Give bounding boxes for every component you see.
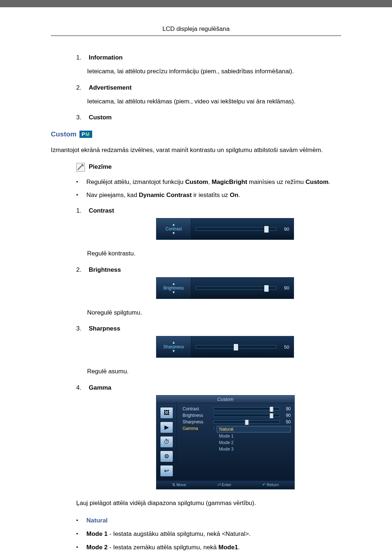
slider-value: 90 — [281, 226, 289, 232]
slider-track[interactable] — [196, 345, 276, 349]
note-icon — [76, 163, 85, 172]
list-item: 3. Custom — [76, 114, 341, 121]
gamma-option[interactable]: Natural — [217, 426, 291, 432]
control-row: 1. Contrast ▲ Contrast ▼ 90 Regulē kontr… — [76, 207, 341, 258]
up-arrow-icon: ▲ — [172, 341, 176, 344]
control-desc: Regulē kontrastu. — [87, 249, 341, 258]
slider-value: 90 — [283, 406, 291, 411]
list-item: 2. Advertisement Ieteicama, lai attēlotu… — [76, 84, 341, 106]
slider-track[interactable] — [213, 414, 280, 417]
mode-name: Mode 2 — [86, 544, 108, 551]
slider-value: 50 — [281, 344, 289, 350]
top-list: 1. Information Ieteicama, lai attēlotu p… — [76, 54, 341, 121]
control-row: 2. Brightness ▲ Brightness ▼ 90 Noregulē… — [76, 266, 341, 317]
item-desc: Ieteicama, lai attēlotu precīzu informāc… — [87, 67, 341, 76]
note-block: Piezīme — [76, 163, 341, 172]
list-item: 1. Information Ieteicama, lai attēlotu p… — [76, 54, 341, 76]
osd-label: Sharpness — [163, 344, 184, 349]
up-arrow-icon: ▲ — [172, 282, 176, 286]
down-arrow-icon: ▼ — [172, 231, 176, 235]
control-label: Contrast — [89, 207, 114, 214]
slider-track[interactable] — [213, 407, 280, 410]
bullet-item: Mode 1 - Iestata augstāku attēla spilgtu… — [76, 529, 341, 539]
gamma-footer-hints: ⇅ Move ⏎ Enter ↶ Return — [156, 480, 294, 489]
intro-paragraph: Izmantojot ekrānā redzamās izvēlnes, var… — [51, 145, 341, 155]
gamma-select-row: Gamma : Natural Mode 1 Mode 2 Mode 3 — [183, 426, 291, 452]
control-row-gamma: 4. Gamma Custom 🖼 ▶ ⏱ ⚙ ↩ Contrast 90 — [76, 384, 341, 508]
slider-track[interactable] — [213, 420, 280, 423]
picture-icon[interactable]: 🖼 — [160, 407, 173, 419]
bullet-item: Regulējot attēlu, izmantojot funkciju Cu… — [76, 177, 341, 188]
osd-gamma-menu: Custom 🖼 ▶ ⏱ ⚙ ↩ Contrast 90 Brig — [156, 395, 295, 489]
osd-sharpness: ▲ Sharpness ▼ 50 — [156, 336, 294, 358]
gamma-desc: Ļauj pielāgot attēla vidējā diapazona sp… — [76, 498, 341, 508]
gamma-option[interactable]: Mode 2 — [217, 440, 291, 446]
pm-badge-icon: PM — [79, 131, 92, 138]
gamma-row: Brightness 90 — [183, 413, 291, 418]
updown-icon: ⇅ — [172, 483, 175, 487]
down-arrow-icon: ▼ — [172, 291, 176, 294]
mode-name: Natural — [86, 517, 108, 524]
item-label: Custom — [89, 114, 111, 121]
slider-track[interactable] — [196, 286, 276, 290]
item-desc: Ieteicama, lai attēlotu reklāmas (piem.,… — [87, 97, 341, 106]
mode-name: Mode 1 — [86, 530, 108, 537]
note-label: Piezīme — [89, 163, 111, 170]
gamma-option[interactable]: Mode 3 — [217, 446, 291, 452]
section-title-text: Custom — [51, 130, 77, 138]
slider-thumb[interactable] — [233, 344, 238, 351]
osd-label: Brightness — [163, 286, 184, 291]
bullet-item: Natural — [76, 516, 341, 526]
gamma-option[interactable]: Mode 1 — [217, 433, 291, 439]
osd-brightness: ▲ Brightness ▼ 90 — [156, 277, 294, 299]
slider-thumb[interactable] — [270, 406, 274, 412]
gamma-menu-title: Custom — [156, 395, 294, 403]
enter-icon: ⏎ — [217, 483, 221, 487]
document-page: LCD displeja regulēšana 1. Information I… — [0, 7, 392, 554]
slider-thumb[interactable] — [264, 226, 269, 233]
control-label: Sharpness — [89, 325, 120, 332]
down-arrow-icon: ▼ — [172, 349, 176, 353]
control-label: Brightness — [89, 266, 121, 273]
control-desc: Regulē asumu. — [87, 367, 341, 376]
slider-thumb[interactable] — [264, 285, 269, 292]
up-arrow-icon: ▲ — [172, 223, 176, 226]
slider-thumb[interactable] — [245, 419, 249, 425]
slider-value: 90 — [283, 413, 291, 418]
slider-track[interactable] — [196, 227, 276, 231]
gamma-row: Contrast 90 — [183, 406, 291, 411]
gamma-icon-column: 🖼 ▶ ⏱ ⚙ ↩ — [156, 403, 177, 480]
section-heading: Custom PM — [51, 130, 341, 138]
timer-icon[interactable]: ⏱ — [160, 436, 173, 448]
slider-thumb[interactable] — [270, 413, 274, 419]
note-bullets: Regulējot attēlu, izmantojot funkciju Cu… — [76, 177, 341, 201]
gamma-modes-list: Natural Mode 1 - Iestata augstāku attēla… — [76, 516, 341, 554]
osd-contrast: ▲ Contrast ▼ 90 — [156, 218, 294, 240]
exit-icon[interactable]: ↩ — [160, 465, 173, 477]
item-label: Information — [89, 54, 123, 61]
item-label: Advertisement — [89, 84, 131, 91]
slider-value: 50 — [283, 419, 291, 424]
return-icon: ↶ — [262, 483, 266, 487]
osd-label: Contrast — [166, 226, 182, 231]
slider-value: 90 — [281, 285, 289, 291]
gear-icon[interactable]: ⚙ — [160, 451, 173, 462]
bullet-item: Mode 2 - Iestata zemāku attēla spilgtumu… — [76, 542, 341, 553]
gamma-row: Sharpness 50 — [183, 419, 291, 424]
control-row: 3. Sharpness ▲ Sharpness ▼ 50 Regulē asu… — [76, 325, 341, 376]
screen-icon[interactable]: ▶ — [160, 422, 173, 433]
page-title: LCD displeja regulēšana — [51, 25, 341, 36]
control-label: Gamma — [89, 384, 111, 391]
control-desc: Noregulē spilgtumu. — [87, 308, 341, 317]
bullet-item: Nav pieejams, kad Dynamic Contrast ir ie… — [76, 190, 341, 201]
